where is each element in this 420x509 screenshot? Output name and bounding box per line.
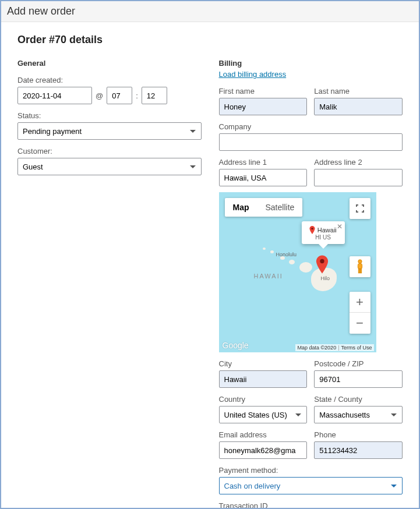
billing-section: Billing Load billing address First name … xyxy=(219,59,403,509)
city-input[interactable] xyxy=(219,370,308,388)
email-label: Email address xyxy=(219,430,308,439)
customer-label: Customer: xyxy=(17,147,202,155)
map-type-tabs: Map Satellite xyxy=(225,198,303,217)
map-zoom-controls: + − xyxy=(350,292,370,334)
infowindow-sub: HI US xyxy=(305,234,341,241)
infowindow-title: Hawaii xyxy=(317,227,337,234)
map-island xyxy=(263,248,266,250)
first-name-input[interactable] xyxy=(219,98,308,115)
svg-rect-4 xyxy=(358,269,359,273)
billing-heading: Billing xyxy=(219,59,403,68)
map-island xyxy=(289,260,295,264)
postcode-input[interactable] xyxy=(314,370,403,388)
window-title: Add new order xyxy=(1,1,419,22)
svg-rect-5 xyxy=(360,269,361,273)
page-title: Order #70 details xyxy=(17,34,403,46)
last-name-label: Last name xyxy=(314,87,403,96)
map-label-state: HAWAII xyxy=(254,273,283,280)
map-fullscreen-button[interactable] xyxy=(350,198,370,219)
map-terms-link[interactable]: Terms of Use xyxy=(341,345,372,351)
status-select[interactable]: Pending payment xyxy=(17,122,202,140)
city-label: City xyxy=(219,359,308,368)
map-island xyxy=(270,250,274,253)
phone-input[interactable] xyxy=(314,441,403,459)
load-billing-address-link[interactable]: Load billing address xyxy=(219,70,403,79)
map-label-honolulu: Honolulu xyxy=(276,252,297,257)
email-input[interactable] xyxy=(219,441,308,459)
country-select[interactable]: United States (US) xyxy=(219,406,308,423)
general-heading: General xyxy=(17,59,202,68)
address2-label: Address line 2 xyxy=(314,158,403,167)
map-tab-map[interactable]: Map xyxy=(225,198,257,217)
svg-rect-3 xyxy=(358,264,362,269)
svg-point-1 xyxy=(320,259,324,263)
state-label: State / County xyxy=(314,395,403,404)
status-label: Status: xyxy=(17,111,202,120)
address1-label: Address line 1 xyxy=(219,158,308,167)
date-hour-input[interactable] xyxy=(107,87,132,104)
phone-label: Phone xyxy=(314,430,403,439)
date-created-input[interactable] xyxy=(17,87,92,104)
date-created-label: Date created: xyxy=(17,76,202,84)
map-marker-icon[interactable] xyxy=(316,255,329,274)
last-name-input[interactable] xyxy=(314,98,403,115)
map-island xyxy=(299,262,312,273)
time-colon: : xyxy=(136,91,138,100)
date-minute-input[interactable] xyxy=(142,87,167,104)
svg-point-0 xyxy=(312,227,313,229)
map-data-text: Map data ©2020 xyxy=(297,345,336,351)
map-pegman-button[interactable] xyxy=(350,256,370,277)
address1-input[interactable] xyxy=(219,169,308,186)
first-name-label: First name xyxy=(219,87,308,96)
map-label-hilo: Hilo xyxy=(321,275,330,281)
map-zoom-out-button[interactable]: − xyxy=(350,313,370,334)
country-label: Country xyxy=(219,395,308,404)
postcode-label: Postcode / ZIP xyxy=(314,359,403,368)
map[interactable]: HAWAII Honolulu Hilo Map Satellite ✕ Haw… xyxy=(219,192,376,352)
svg-point-2 xyxy=(358,260,361,263)
company-label: Company xyxy=(219,122,403,131)
pin-icon xyxy=(309,226,315,234)
general-section: General Date created: @ : Status: Pendin… xyxy=(17,59,202,509)
map-google-logo: Google xyxy=(223,341,249,350)
map-credits: Map data ©2020|Terms of Use xyxy=(295,344,373,351)
infowindow-close-icon[interactable]: ✕ xyxy=(337,222,343,231)
transaction-id-label: Transaction ID xyxy=(219,501,403,509)
state-select[interactable]: Massachusetts xyxy=(314,406,403,423)
fullscreen-icon xyxy=(355,204,365,213)
payment-method-select[interactable]: Cash on delivery xyxy=(219,477,403,494)
customer-select[interactable]: Guest xyxy=(17,158,202,175)
address2-input[interactable] xyxy=(314,169,403,186)
map-infowindow: ✕ Hawaii HI US xyxy=(302,221,345,244)
company-input[interactable] xyxy=(219,133,403,151)
map-tab-satellite[interactable]: Satellite xyxy=(257,198,303,217)
at-symbol: @ xyxy=(96,91,103,100)
payment-method-label: Payment method: xyxy=(219,466,403,475)
map-zoom-in-button[interactable]: + xyxy=(350,292,370,313)
pegman-icon xyxy=(355,259,365,274)
